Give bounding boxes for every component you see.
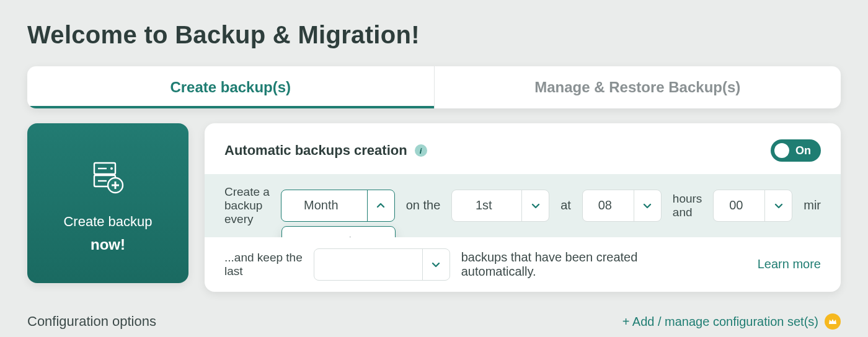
add-manage-config-sets-link[interactable]: + Add / manage configuration set(s) (622, 313, 841, 330)
page-title: Welcome to Backup & Migration! (27, 0, 841, 66)
toggle-knob (774, 143, 789, 158)
crown-icon (825, 313, 841, 330)
create-now-line1: Create backup (63, 214, 152, 230)
tab-create-label: Create backup(s) (170, 79, 291, 96)
chevron-down-icon (521, 190, 549, 221)
footer-row: Configuration options + Add / manage con… (27, 313, 841, 330)
create-every-label: Create a backup every (224, 185, 270, 226)
chevron-down-icon (422, 249, 450, 280)
interval-value: Month (281, 198, 361, 212)
interval-dropdown: Month Week Day (281, 226, 396, 237)
panel-header-title: Automatic backups creation (224, 142, 407, 159)
hour-value: 08 (583, 198, 627, 212)
automatic-backups-panel: Automatic backups creation i On Create a… (205, 123, 841, 292)
retention-row: ...and keep the last backups that have b… (205, 237, 841, 292)
create-backup-now-button[interactable]: Create backup now! (27, 123, 188, 283)
add-manage-config-label: + Add / manage configuration set(s) (622, 315, 818, 329)
hours-and-label: hours and (673, 192, 702, 219)
learn-more-link[interactable]: Learn more (758, 257, 821, 271)
info-icon[interactable]: i (415, 144, 427, 157)
hour-select[interactable]: 08 (582, 190, 662, 222)
schedule-row: Create a backup every Month Month Week D (205, 174, 841, 237)
interval-option-month[interactable]: Month (282, 227, 395, 237)
main-tabs: Create backup(s) Manage & Restore Backup… (27, 66, 841, 108)
automatic-backups-toggle[interactable]: On (771, 139, 821, 162)
keep-count-select[interactable] (314, 248, 450, 281)
active-tab-pointer (213, 107, 226, 108)
chevron-down-icon (634, 190, 661, 221)
tab-manage-restore[interactable]: Manage & Restore Backup(s) (435, 66, 841, 108)
chevron-up-icon (367, 190, 394, 221)
svg-point-4 (110, 167, 113, 170)
interval-select[interactable]: Month Month Week Day (281, 190, 395, 222)
day-select[interactable]: 1st (451, 190, 549, 222)
chevron-down-icon (764, 190, 792, 221)
minute-select[interactable]: 00 (713, 190, 792, 222)
configuration-options-heading: Configuration options (27, 313, 156, 330)
keep-last-label: ...and keep the last (224, 251, 303, 278)
backup-server-icon (88, 158, 128, 200)
on-the-label: on the (406, 198, 441, 212)
minutes-suffix: mir (804, 198, 821, 212)
create-now-line2: now! (91, 236, 125, 253)
minute-value: 00 (714, 198, 758, 212)
at-label: at (560, 198, 571, 212)
panel-header: Automatic backups creation i On (205, 123, 841, 174)
day-value: 1st (452, 198, 515, 212)
retention-tail-text: backups that have been created automatic… (461, 250, 684, 279)
tab-manage-label: Manage & Restore Backup(s) (534, 79, 740, 96)
tab-create-backups[interactable]: Create backup(s) (27, 66, 434, 108)
toggle-label: On (795, 144, 811, 157)
